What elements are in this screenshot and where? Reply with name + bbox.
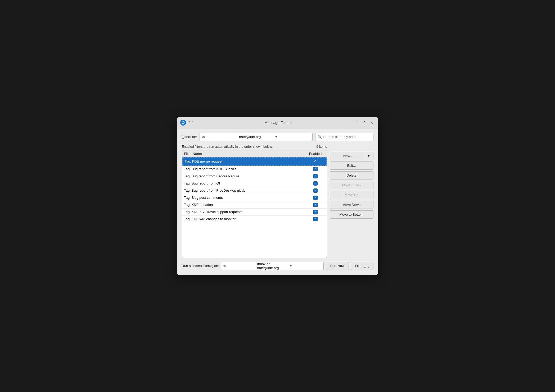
inbox-chevron-icon: ▼ xyxy=(289,264,321,268)
account-selector[interactable]: ✉ nate@kde.org ▼ xyxy=(200,133,312,141)
search-box[interactable]: 🔍 xyxy=(315,133,373,141)
filter-log-button[interactable]: Filter Log xyxy=(351,262,373,270)
filter-enabled[interactable]: ✓ xyxy=(306,181,325,186)
move-to-top-button[interactable]: Move to Top xyxy=(330,181,373,189)
filter-name: Tag: KDE donation xyxy=(184,203,306,207)
filters-for-row: Filters for: ✉ nate@kde.org ▼ 🔍 xyxy=(182,133,373,141)
enabled-checkbox[interactable]: ✓ xyxy=(313,167,318,171)
info-text: Enabled filters are run automatically in… xyxy=(182,145,273,149)
enabled-checkbox[interactable]: ✓ xyxy=(313,196,318,200)
action-buttons: New... ▼ Edit... Delete Move to Top Move… xyxy=(330,145,373,258)
main-content: Filters for: ✉ nate@kde.org ▼ 🔍 Enabled … xyxy=(177,128,378,275)
selected-account: nate@kde.org xyxy=(239,135,274,139)
filter-name: Tag: Bug report from KDE Bugzilla xyxy=(184,167,306,171)
enabled-checkbox[interactable]: ✓ xyxy=(313,217,318,221)
window-controls: ⌃ ⌃ ✕ xyxy=(354,119,375,126)
filter-name: Tag: KDE e.V. Travel support requests xyxy=(184,210,306,214)
account-chevron-icon: ▼ xyxy=(274,135,310,139)
filter-name: Tag: Bug report from Qt xyxy=(184,181,306,185)
inbox-email-icon: ✉ xyxy=(223,264,255,268)
app-icon xyxy=(180,120,186,126)
info-bar: Enabled filters are run automatically in… xyxy=(182,145,327,149)
table-row[interactable]: Tag: KDE wiki changes to monitor✓ xyxy=(182,216,327,223)
svg-point-3 xyxy=(182,122,184,123)
email-icon: ✉ xyxy=(202,135,237,139)
filter-list-section: Enabled filters are run automatically in… xyxy=(182,145,327,258)
enabled-checkbox[interactable]: ✓ xyxy=(313,174,318,178)
inbox-label: Inbox on nate@kde.org xyxy=(257,262,289,270)
new-button[interactable]: New... ▼ xyxy=(330,152,373,160)
filter-name: Tag: KDE merge request xyxy=(185,159,306,163)
new-button-label: New... xyxy=(333,154,364,158)
filter-enabled[interactable]: ✓ xyxy=(306,210,325,214)
enabled-checkbox[interactable]: ✓ xyxy=(313,210,318,214)
col-enabled-header: Enabled xyxy=(306,152,325,156)
filter-name: Tag: KDE wiki changes to monitor xyxy=(184,217,306,221)
move-down-button[interactable]: Move Down xyxy=(330,201,373,209)
filter-table: Filter Name Enabled Tag: KDE merge reque… xyxy=(182,150,327,258)
table-row[interactable]: Tag: KDE merge request✓ xyxy=(182,157,327,166)
filter-log-label: Filter Log xyxy=(355,264,369,268)
window-title: Message Filters xyxy=(264,121,291,125)
filter-enabled[interactable]: ✓ xyxy=(306,217,325,221)
enabled-checkbox[interactable]: ✓ xyxy=(313,203,318,207)
move-up-button[interactable]: Move Up xyxy=(330,191,373,199)
collapse-icon[interactable]: ⌃⌃ xyxy=(188,121,195,124)
search-icon: 🔍 xyxy=(318,135,322,139)
search-input[interactable] xyxy=(323,135,371,139)
item-count: 9 items xyxy=(316,145,327,149)
table-body: Tag: KDE merge request✓Tag: Bug report f… xyxy=(182,157,327,258)
maximize-button[interactable]: ⌃ xyxy=(361,119,368,126)
message-filters-window: ⌃⌃ Message Filters ⌃ ⌃ ✕ Filters for: ✉ … xyxy=(177,117,378,275)
table-row[interactable]: Tag: KDE e.V. Travel support requests✓ xyxy=(182,209,327,216)
close-button[interactable]: ✕ xyxy=(369,119,375,126)
delete-button[interactable]: Delete xyxy=(330,171,373,179)
filters-for-label: Filters for: xyxy=(182,135,197,139)
main-area: Enabled filters are run automatically in… xyxy=(182,145,373,258)
filter-enabled[interactable]: ✓ xyxy=(306,196,325,200)
new-dropdown-icon[interactable]: ▼ xyxy=(365,154,371,158)
filter-enabled[interactable]: ✓ xyxy=(306,167,325,171)
filter-enabled[interactable]: ✓ xyxy=(306,174,325,178)
table-header: Filter Name Enabled xyxy=(182,150,327,157)
filter-name: Tag: Bug report from FreeDesktop gitlab xyxy=(184,188,306,192)
table-row[interactable]: Tag: Bug report from FreeDesktop gitlab✓ xyxy=(182,187,327,194)
bottom-row: Run selected filter(s) on: ✉ Inbox on na… xyxy=(182,262,373,270)
check-mark-icon: ✓ xyxy=(313,159,317,164)
table-row[interactable]: Tag: KDE donation✓ xyxy=(182,201,327,209)
edit-button[interactable]: Edit... xyxy=(330,162,373,170)
table-row[interactable]: Tag: Blog post comments✓ xyxy=(182,194,327,201)
inbox-selector[interactable]: ✉ Inbox on nate@kde.org ▼ xyxy=(221,262,323,270)
filter-enabled[interactable]: ✓ xyxy=(306,203,325,207)
minimize-button[interactable]: ⌃ xyxy=(354,119,360,126)
filter-name: Tag: Bug report from Fedora Pagure xyxy=(184,174,306,178)
col-name-header: Filter Name xyxy=(184,152,306,156)
table-row[interactable]: Tag: Bug report from Qt✓ xyxy=(182,180,327,187)
enabled-checkbox[interactable]: ✓ xyxy=(313,181,318,186)
table-row[interactable]: Tag: Bug report from Fedora Pagure✓ xyxy=(182,173,327,180)
titlebar: ⌃⌃ Message Filters ⌃ ⌃ ✕ xyxy=(177,117,378,128)
run-now-button[interactable]: Run Now xyxy=(326,262,349,270)
filter-enabled[interactable]: ✓ xyxy=(306,159,324,164)
move-to-bottom-button[interactable]: Move to Bottom xyxy=(330,210,373,219)
table-row[interactable]: Tag: Bug report from KDE Bugzilla✓ xyxy=(182,166,327,173)
enabled-checkbox[interactable]: ✓ xyxy=(313,188,318,193)
run-filter-label: Run selected filter(s) on: xyxy=(182,264,219,268)
filter-name: Tag: Blog post comments xyxy=(184,196,306,200)
filter-enabled[interactable]: ✓ xyxy=(306,188,325,193)
